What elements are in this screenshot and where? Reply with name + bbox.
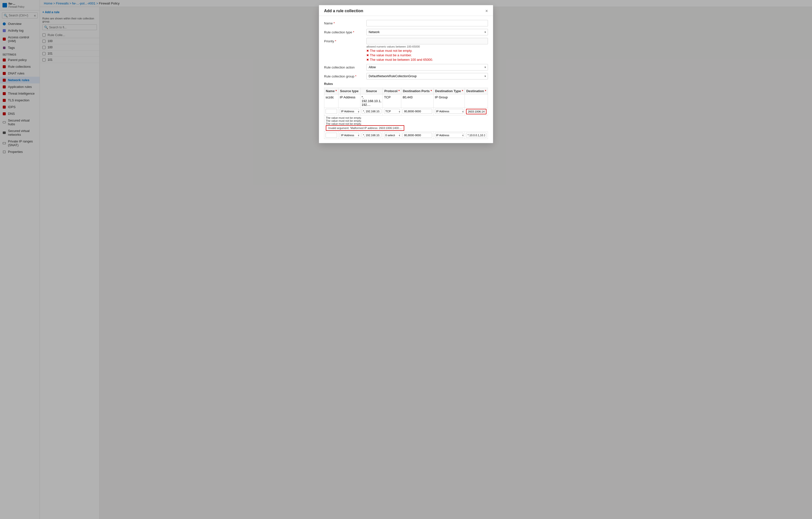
rule-protocol-input-cell[interactable]: TCP UDP ICMP Any (383, 108, 401, 116)
rule-source-type-select[interactable]: IP Address IP Group (340, 109, 359, 114)
rule-source-type-select[interactable]: IP Address IP Group (340, 133, 359, 138)
rule-collection-type-label: Rule collection type * (324, 29, 364, 34)
col-dest-type: Destination Type * (433, 88, 465, 94)
priority-error-3: ✖ The value must be between 100 and 6500… (367, 58, 488, 61)
rule-dest-ports-input-cell[interactable] (401, 108, 433, 116)
rule-name-cell: sczdc (324, 94, 339, 108)
rule-destination-input-cell[interactable] (465, 108, 488, 116)
action-label: Rule collection action (324, 64, 364, 69)
rule-destination-input[interactable] (466, 109, 486, 114)
rule-source-input-cell[interactable] (360, 132, 383, 139)
rule-dest-ports-input-cell[interactable] (401, 132, 433, 139)
group-label: Rule collection group * (324, 73, 364, 78)
rule-dest-type-input-cell[interactable]: IP Address IP Group FQDN (433, 108, 465, 116)
rule-protocol-select[interactable]: TCP UDP ICMP Any (384, 109, 400, 114)
name-input[interactable] (367, 20, 488, 26)
rule-actions-cell: ⧉ ⋯ (488, 94, 488, 108)
rule-dest-type-cell: IP Group (433, 94, 465, 108)
action-select-wrap[interactable]: Allow Deny (367, 64, 488, 70)
rule-collection-type-select[interactable]: Network Application DNAT (367, 29, 488, 35)
error-text-3: The value must not be empty. (326, 122, 488, 125)
rule-name-input[interactable] (325, 133, 337, 138)
error-messages-row: The value must not be empty. The value m… (324, 116, 488, 132)
action-control: Allow Deny (367, 64, 488, 70)
table-row: IP Address IP Group (324, 132, 488, 139)
rule-destination-cell (465, 94, 488, 108)
priority-error-1: ✖ The value must not be empty. (367, 49, 488, 53)
rule-collection-type-control: Network Application DNAT (367, 29, 488, 35)
error-tooltip: Invalid argument: 'Malformed IP address:… (326, 125, 404, 131)
rule-name-input-cell[interactable] (324, 108, 339, 116)
action-row: Rule collection action Allow Deny (324, 64, 488, 70)
group-control: DefaultNetworkRuleCollectionGroup (367, 73, 488, 80)
main-area: Home > Firewalls > fw-...-pol...-#001 > … (40, 0, 812, 519)
add-rule-collection-dialog: Add a rule collection × Name * (319, 7, 493, 143)
rule-protocol-input-cell[interactable]: 0 selected TCP UDP (383, 132, 401, 139)
priority-error-2: ✖ The value must be a number. (367, 53, 488, 57)
rule-collection-type-row: Rule collection type * Network Applicati… (324, 29, 488, 35)
name-row: Name * (324, 20, 488, 26)
rule-destination-input[interactable] (466, 133, 486, 138)
priority-row: Priority * allowed numeric values betwee… (324, 38, 488, 61)
rules-table-wrap: Name * Source type Source Protocol * Des… (324, 88, 488, 139)
rule-source-cell: *, 192.168.10.1, 192.... (360, 94, 383, 108)
error-text-1: The value must not be empty. (326, 116, 488, 119)
priority-control: allowed numeric values between 100-65000… (367, 38, 488, 61)
table-header-row: Name * Source type Source Protocol * Des… (324, 88, 488, 94)
rule-dest-type-select[interactable]: IP Address IP Group FQDN (435, 109, 463, 114)
group-select-wrap[interactable]: DefaultNetworkRuleCollectionGroup (367, 73, 488, 80)
dialog-body: Name * Rule collection type * (319, 16, 493, 143)
col-dest-ports: Destination Ports * (401, 88, 433, 94)
rule-name-input-cell[interactable] (324, 132, 339, 139)
rule-dest-type-input-cell[interactable]: IP Address IP Group (433, 132, 465, 139)
col-source-type: Source type (339, 88, 360, 94)
dialog-header: Add a rule collection × (319, 7, 493, 16)
priority-input[interactable] (367, 38, 488, 44)
rule-source-type-input-cell[interactable]: IP Address IP Group (339, 108, 360, 116)
rule-actions-cell: ⧉ ⋯ (488, 108, 488, 116)
rule-protocol-select[interactable]: 0 selected TCP UDP (384, 133, 400, 138)
rule-actions-cell (488, 132, 488, 139)
rule-dest-ports-input[interactable] (403, 133, 432, 138)
name-control (367, 20, 488, 26)
dialog-title: Add a rule collection (324, 9, 363, 13)
rule-source-input[interactable] (362, 109, 382, 114)
group-row: Rule collection group * DefaultNetworkRu… (324, 73, 488, 80)
table-row: sczdc IP Address *, 192.168.10.1, 192...… (324, 94, 488, 108)
rule-source-input[interactable] (362, 133, 382, 138)
priority-label: Priority * (324, 38, 364, 43)
rule-dest-ports-input[interactable] (403, 109, 432, 114)
priority-hint: allowed numeric values between 100-65000 (367, 45, 488, 48)
error-messages-cell: The value must not be empty. The value m… (324, 116, 488, 132)
dialog-close-button[interactable]: × (485, 9, 488, 13)
rule-dest-type-select[interactable]: IP Address IP Group (435, 133, 463, 138)
table-row: IP Address IP Group (324, 108, 488, 116)
name-label: Name * (324, 20, 364, 25)
rules-table: Name * Source type Source Protocol * Des… (324, 88, 488, 139)
rule-source-type-cell: IP Address (339, 94, 360, 108)
col-destination: Destination * (465, 88, 488, 94)
action-select[interactable]: Allow Deny (367, 64, 488, 70)
rule-dest-ports-cell: 80,443 (401, 94, 433, 108)
rule-name-input[interactable] (325, 109, 337, 114)
rule-destination-input-cell[interactable] (465, 132, 488, 139)
rules-label: Rules (324, 82, 488, 86)
rule-source-input-cell[interactable] (360, 108, 383, 116)
col-source: Source (360, 88, 383, 94)
rule-collection-type-select-wrap[interactable]: Network Application DNAT (367, 29, 488, 35)
content-area: + Add a rule Rules are shown within thei… (40, 7, 812, 519)
group-select[interactable]: DefaultNetworkRuleCollectionGroup (367, 73, 488, 80)
error-text-2: The value must not be empty. (326, 119, 488, 122)
col-name: Name * (324, 88, 339, 94)
rule-protocol-cell: TCP (383, 94, 401, 108)
col-actions (488, 88, 488, 94)
col-protocol: Protocol * (383, 88, 401, 94)
dialog-overlay: Add a rule collection × Name * (40, 7, 812, 519)
rule-source-type-input-cell[interactable]: IP Address IP Group (339, 132, 360, 139)
